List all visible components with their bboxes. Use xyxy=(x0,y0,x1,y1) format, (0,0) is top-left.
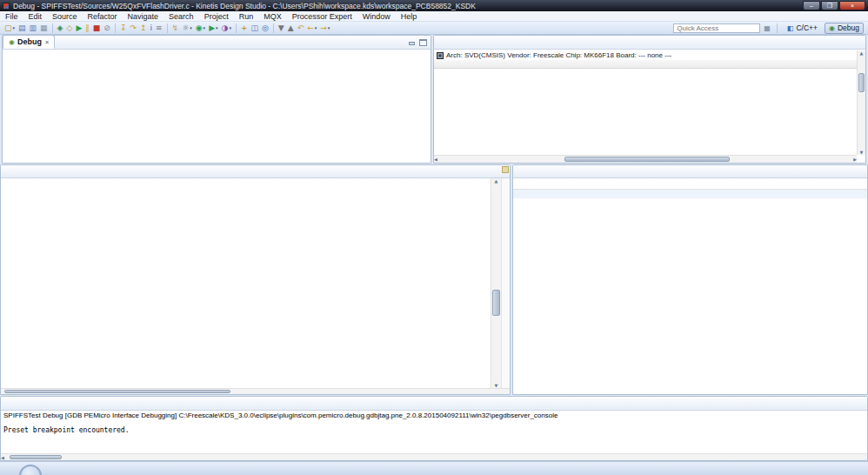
maximize-button[interactable]: ❒ xyxy=(821,1,838,10)
step-return-button[interactable]: ↥ xyxy=(139,23,148,34)
mqx-view-tabbar xyxy=(513,165,867,178)
step-over-button[interactable]: ↷ xyxy=(129,23,137,34)
dropdown-arrow-icon: ▾ xyxy=(315,25,317,30)
scrollbar-thumb[interactable] xyxy=(10,455,62,459)
embsys-registers-view: Arch: SVD(CMSIS) Vendor: Freescale Chip:… xyxy=(433,35,866,164)
flash-programmer-icon: ↯ xyxy=(172,23,179,34)
console-horizontal-scrollbar[interactable]: ◀ xyxy=(1,453,867,460)
dropdown-arrow-icon: ▾ xyxy=(13,25,16,30)
scrollbar-thumb[interactable] xyxy=(492,290,500,316)
profile-button[interactable]: ◑▾ xyxy=(221,23,232,34)
editor-vertical-scrollbar[interactable]: ▲ ▼ xyxy=(491,178,501,388)
editor-area-icon[interactable]: ▦ xyxy=(764,23,771,34)
new-button[interactable]: ▢▾ xyxy=(3,23,16,34)
close-icon[interactable]: × xyxy=(45,39,49,45)
save-all-icon: ▥ xyxy=(30,23,37,34)
scroll-left-icon[interactable]: ◀ xyxy=(434,157,437,162)
scroll-right-icon[interactable]: ▶ xyxy=(853,157,857,162)
embsys-vertical-scrollbar[interactable]: ▲ ▼ xyxy=(857,50,865,155)
step-return-icon: ↥ xyxy=(140,23,147,34)
trace-icon: ◇ xyxy=(67,23,73,34)
save-all-button[interactable]: ▥ xyxy=(29,23,38,34)
scrollbar-thumb[interactable] xyxy=(858,73,865,92)
scroll-down-icon[interactable]: ▼ xyxy=(858,150,865,155)
menu-mqx[interactable]: MQX xyxy=(258,12,287,21)
quick-access-input[interactable] xyxy=(673,23,760,33)
disconnect-button[interactable]: ⊘ xyxy=(103,23,111,34)
search-button[interactable]: ◎ xyxy=(261,23,270,34)
scroll-left-icon[interactable]: ◀ xyxy=(1,455,4,460)
menu-project[interactable]: Project xyxy=(199,12,234,21)
tab-label: Debug xyxy=(17,37,42,46)
editor-horizontal-scrollbar[interactable] xyxy=(1,388,510,394)
instruction-stepping-button[interactable]: i xyxy=(150,23,154,34)
scroll-up-icon[interactable]: ▲ xyxy=(491,178,501,184)
minimize-button[interactable]: – xyxy=(803,1,820,10)
code-area[interactable] xyxy=(1,178,491,388)
trace-button[interactable]: ◇ xyxy=(66,23,74,34)
open-element-icon: ◫ xyxy=(250,23,258,34)
run-icon: ▶ xyxy=(209,23,215,34)
debug-view-icon: ◉ xyxy=(9,38,15,46)
menu-refactor[interactable]: Refactor xyxy=(83,12,123,21)
menu-help[interactable]: Help xyxy=(396,12,423,21)
forward-button[interactable]: →▾ xyxy=(319,23,331,34)
forward-icon: → xyxy=(320,23,327,34)
toolbar-separator xyxy=(115,23,116,33)
tab-debug[interactable]: ◉ Debug × xyxy=(3,35,55,49)
resume-button[interactable]: ▶ xyxy=(75,23,83,34)
menu-search[interactable]: Search xyxy=(164,12,199,21)
new-wizard-button[interactable]: + xyxy=(240,23,249,34)
main-toolbar: ▢▾▤▥▦◈◇▶∥■⊘↧↷↥i≡↯☼▾◉▾▶▾◑▾+◫◎▼▲↶←▾→▾ ▦ ◧ … xyxy=(0,22,868,35)
toolbar-separator xyxy=(273,23,274,33)
overview-ruler[interactable] xyxy=(501,178,510,388)
run-button[interactable]: ▶▾ xyxy=(208,23,218,34)
terminate-button[interactable]: ■ xyxy=(92,23,102,34)
maximize-view-button[interactable] xyxy=(419,39,427,46)
menu-bar: FileEditSourceRefactorNavigateSearchProj… xyxy=(0,11,868,22)
mqx-stack-usage-view xyxy=(512,164,868,395)
previous-annotation-icon: ▲ xyxy=(288,23,294,34)
print-button[interactable]: ▦ xyxy=(39,23,49,34)
minimize-view-button[interactable] xyxy=(408,40,416,46)
cpp-perspective-icon: ◧ xyxy=(787,24,794,32)
debug-target-button[interactable]: ◈ xyxy=(57,23,64,34)
terminate-icon: ■ xyxy=(93,23,101,34)
new-icon: ▢ xyxy=(4,23,12,34)
console-title-line: SPIFFSTest Debug [GDB PEMicro Interface … xyxy=(1,411,867,420)
back-button[interactable]: ←▾ xyxy=(306,23,317,34)
close-button[interactable]: × xyxy=(839,1,865,10)
perspective-cpp-button[interactable]: ◧ C/C++ xyxy=(784,23,821,34)
menu-edit[interactable]: Edit xyxy=(23,12,48,21)
scrollbar-thumb[interactable] xyxy=(564,157,730,162)
last-edit-location-button[interactable]: ↶ xyxy=(297,23,305,34)
menu-navigate[interactable]: Navigate xyxy=(123,12,164,21)
menu-run[interactable]: Run xyxy=(234,12,259,21)
previous-annotation-button[interactable]: ▲ xyxy=(287,23,295,34)
new-wizard-icon: + xyxy=(241,23,248,34)
open-element-button[interactable]: ◫ xyxy=(250,23,259,34)
menu-source[interactable]: Source xyxy=(47,12,83,21)
debug-configurations-button[interactable]: ☼▾ xyxy=(181,23,193,34)
console-output[interactable]: Preset breakpoint encountered. xyxy=(1,425,867,436)
scroll-up-icon[interactable]: ▲ xyxy=(858,50,865,56)
next-annotation-button[interactable]: ▼ xyxy=(277,23,285,34)
mqx-empty-row xyxy=(513,190,867,198)
perspective-debug-button[interactable]: ◉ Debug xyxy=(825,23,864,34)
embsys-horizontal-scrollbar[interactable]: ◀ ▶ xyxy=(434,155,857,163)
mqx-table-header xyxy=(513,178,867,190)
suspend-button[interactable]: ∥ xyxy=(84,23,90,34)
drop-to-frame-button[interactable]: ≡ xyxy=(155,23,164,34)
save-button[interactable]: ▤ xyxy=(17,23,27,34)
embsys-view-tabbar xyxy=(434,36,865,50)
toolbar-separator xyxy=(236,23,237,33)
flash-programmer-button[interactable]: ↯ xyxy=(171,23,180,34)
menu-file[interactable]: File xyxy=(0,12,23,21)
debug-view-tabbar: ◉ Debug × xyxy=(3,36,431,50)
menu-window[interactable]: Window xyxy=(357,12,396,21)
resume-icon: ▶ xyxy=(76,23,82,34)
step-into-button[interactable]: ↧ xyxy=(119,23,128,34)
debug-button[interactable]: ◉▾ xyxy=(195,23,206,34)
scrollbar-thumb[interactable] xyxy=(4,390,230,393)
menu-processor-expert[interactable]: Processor Expert xyxy=(287,12,357,21)
